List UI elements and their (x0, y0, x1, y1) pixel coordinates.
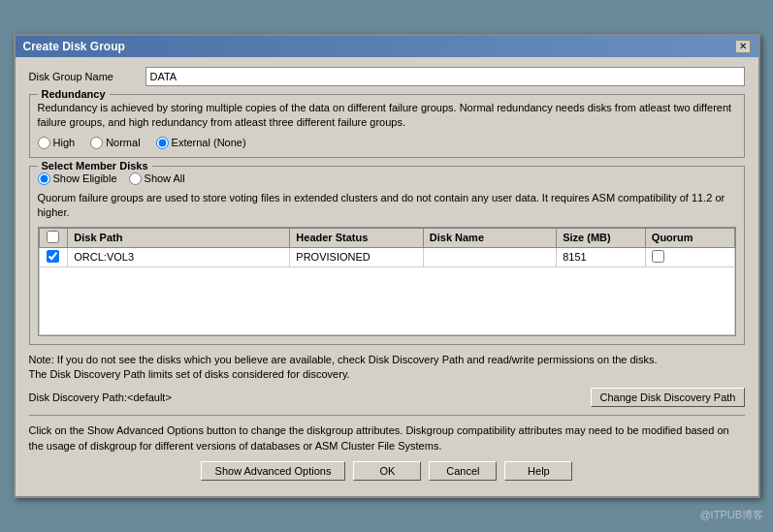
row-quorum (645, 247, 734, 266)
disk-group-name-row: Disk Group Name (29, 67, 745, 86)
select-all-checkbox[interactable] (47, 231, 59, 243)
close-button[interactable]: ✕ (735, 40, 751, 53)
redundancy-high-radio[interactable] (38, 137, 50, 149)
row-select-checkbox[interactable] (47, 250, 59, 263)
table-row: ORCL:VOL3 PROVISIONED 8151 (39, 247, 734, 266)
note-line1: Note: If you do not see the disks which … (29, 354, 658, 365)
quorum-note: Quorum failure groups are used to store … (38, 191, 736, 221)
quorum-header: Quorum (645, 228, 734, 247)
redundancy-group: Redundancy Redundancy is achieved by sto… (29, 94, 745, 158)
bottom-note: Click on the Show Advanced Options butto… (29, 415, 745, 454)
header-status-header: Header Status (290, 228, 423, 247)
redundancy-normal-radio[interactable] (90, 137, 103, 149)
disk-table: Disk Path Header Status Disk Name Size (… (39, 228, 735, 335)
size-mb-header: Size (MB) (557, 228, 646, 247)
discovery-path-label: Disk Discovery Path:<default> (29, 391, 172, 403)
disk-note: Note: If you do not see the disks which … (29, 353, 745, 383)
watermark: @ITPUB博客 (699, 508, 763, 522)
row-size-mb: 8151 (557, 247, 646, 266)
select-member-disks-group: Select Member Disks Show Eligible Show A… (29, 166, 745, 345)
row-disk-name (423, 247, 556, 266)
show-all-label: Show All (145, 172, 185, 184)
cancel-button[interactable]: Cancel (429, 461, 497, 481)
help-button[interactable]: Help (504, 461, 572, 481)
discovery-path-row: Disk Discovery Path:<default> Change Dis… (29, 388, 745, 407)
disk-group-name-label: Disk Group Name (29, 71, 136, 82)
show-all-option[interactable]: Show All (129, 172, 185, 185)
show-advanced-options-button[interactable]: Show Advanced Options (201, 461, 346, 481)
create-disk-group-dialog: Create Disk Group ✕ Disk Group Name Redu… (14, 34, 760, 498)
show-eligible-option[interactable]: Show Eligible (38, 172, 117, 185)
disk-table-container: Disk Path Header Status Disk Name Size (… (38, 227, 736, 336)
show-disks-radio-group: Show Eligible Show All (38, 172, 736, 185)
disk-group-name-input[interactable] (145, 67, 745, 86)
redundancy-external-label: External (None) (172, 137, 246, 148)
redundancy-external-radio[interactable] (156, 137, 169, 149)
redundancy-external-option[interactable]: External (None) (156, 137, 246, 149)
disk-path-header: Disk Path (68, 228, 290, 247)
show-all-radio[interactable] (129, 172, 142, 185)
redundancy-high-label: High (53, 137, 76, 148)
dialog-title: Create Disk Group (23, 40, 125, 53)
select-all-header (39, 228, 68, 247)
note-line2: The Disk Discovery Path limits set of di… (29, 368, 350, 380)
button-row: Show Advanced Options OK Cancel Help (29, 461, 745, 486)
ok-button[interactable]: OK (353, 461, 421, 481)
show-eligible-radio[interactable] (38, 172, 50, 185)
redundancy-high-option[interactable]: High (38, 137, 76, 149)
redundancy-normal-label: Normal (106, 137, 140, 148)
title-bar: Create Disk Group ✕ (16, 36, 758, 57)
redundancy-title: Redundancy (38, 88, 110, 100)
disk-name-header: Disk Name (423, 228, 556, 247)
redundancy-description: Redundancy is achieved by storing multip… (38, 101, 736, 131)
show-eligible-label: Show Eligible (53, 172, 117, 184)
row-select-cell (39, 247, 68, 266)
redundancy-radio-group: High Normal External (None) (38, 137, 736, 149)
row-quorum-checkbox[interactable] (652, 250, 664, 263)
row-disk-path: ORCL:VOL3 (68, 247, 290, 266)
select-member-disks-title: Select Member Disks (38, 160, 152, 172)
redundancy-normal-option[interactable]: Normal (90, 137, 140, 149)
change-discovery-path-button[interactable]: Change Disk Discovery Path (591, 388, 744, 407)
row-header-status: PROVISIONED (290, 247, 423, 266)
